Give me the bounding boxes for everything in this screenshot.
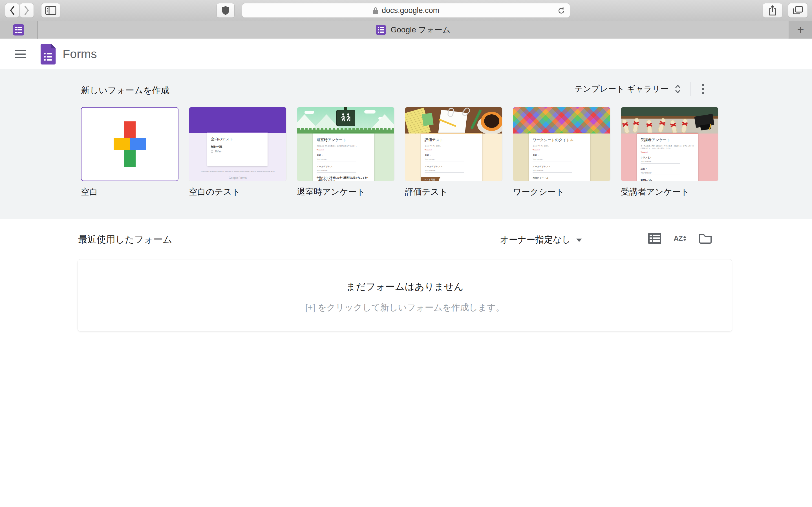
template-card-blank-quiz[interactable]: 空白のテスト 無題の問題 選択肢 1 This content is neith…	[189, 107, 287, 198]
empty-state-card: まだフォームはありません [+] をクリックして新しいフォームを作成します。	[78, 259, 732, 332]
tab-bar: Google フォーム +	[0, 21, 812, 39]
new-tab-button[interactable]: +	[789, 21, 812, 39]
recent-forms-section: 最近使用したフォーム オーナー指定なし AZ	[0, 219, 812, 507]
tab-overview-button[interactable]	[788, 3, 808, 18]
section-title-recent-forms: 最近使用したフォーム	[78, 233, 172, 246]
chevron-right-icon	[24, 5, 30, 15]
sidebar-toggle-button[interactable]	[41, 3, 60, 18]
template-gallery-button[interactable]: テンプレート ギャラリー	[574, 83, 682, 95]
forms-logo-icon[interactable]	[40, 44, 56, 64]
app-title[interactable]: Forms	[63, 47, 97, 61]
template-label: 評価テスト	[405, 186, 502, 198]
assessment-template-thumbnail: 評価テスト ここにテキストを挿入。 *Required 名前 * Your an…	[405, 107, 502, 181]
template-label: 退室時アンケート	[297, 186, 395, 198]
section-title-new-form: 新しいフォームを作成	[81, 84, 169, 96]
quiz-template-thumbnail: 空白のテスト 無題の問題 選択肢 1 This content is neith…	[189, 107, 287, 181]
address-bar[interactable]: docs.google.com	[242, 3, 570, 18]
share-button[interactable]	[763, 3, 782, 18]
browser-toolbar: docs.google.com	[0, 0, 812, 21]
tabs-icon	[793, 6, 803, 15]
template-card-assessment[interactable]: 評価テスト ここにテキストを挿入。 *Required 名前 * Your an…	[405, 107, 502, 198]
template-label: ワークシート	[513, 186, 610, 198]
exit-template-thumbnail: 退室時アンケート 今日このクラスを出る前に、次の質問に答えてください。 *Req…	[297, 107, 395, 181]
worksheet-template-thumbnail: ワークシートのタイトル ここにテキストを挿入。 *Required 名前 * Y…	[513, 107, 610, 181]
more-options-button[interactable]	[699, 82, 707, 96]
google-forms-favicon	[376, 25, 386, 35]
sidebar-icon	[45, 6, 56, 15]
unfold-more-icon	[673, 83, 682, 95]
privacy-shield-button[interactable]	[216, 3, 235, 18]
template-section: 新しいフォームを作成 テンプレート ギャラリー 空白	[0, 69, 812, 219]
sort-az-button[interactable]: AZ	[673, 231, 687, 245]
plus-glyph: +	[797, 23, 804, 37]
divider	[691, 82, 691, 96]
template-label: 空白	[81, 186, 179, 198]
list-view-icon	[648, 233, 661, 244]
quiz-section-ribbon: テスト問題	[421, 177, 439, 181]
sort-az-icon: AZ	[673, 234, 686, 242]
blank-template-thumbnail	[81, 107, 179, 181]
plus-icon	[107, 121, 153, 167]
main-menu-button[interactable]	[15, 48, 28, 60]
safari-window: docs.google.com Google フォーム	[0, 0, 812, 507]
template-card-worksheet[interactable]: ワークシートのタイトル ここにテキストを挿入。 *Required 名前 * Y…	[513, 107, 610, 198]
empty-state-title: まだフォームはありません	[78, 260, 732, 293]
share-icon	[768, 5, 777, 16]
template-cards-row: 空白 空白のテスト 無題の問題 選択肢 1 This content is ne…	[81, 107, 718, 198]
forms-header: Forms 検索 ECCS2016 Information Technology…	[0, 39, 812, 69]
template-label: 空白のテスト	[189, 186, 287, 198]
active-tab[interactable]: Google フォーム	[38, 21, 789, 39]
empty-state-subtitle: [+] をクリックして新しいフォームを作成します。	[78, 302, 732, 314]
url-text: docs.google.com	[382, 6, 439, 15]
course-template-thumbnail: 受講者アンケート コースの構成、内容、講師についてのご意見・ご感想など、修了した…	[621, 107, 718, 181]
forward-button[interactable]	[20, 3, 34, 18]
template-card-blank[interactable]: 空白	[81, 107, 179, 198]
back-button[interactable]	[5, 3, 19, 18]
chevron-left-icon	[9, 5, 15, 15]
lock-icon	[373, 7, 378, 14]
folder-icon	[699, 233, 712, 244]
list-view-button[interactable]	[648, 231, 661, 245]
graduation-photo-illustration	[621, 107, 718, 133]
hiking-illustration	[297, 107, 394, 133]
mosaic-illustration	[513, 107, 610, 133]
template-card-course-evaluation[interactable]: 受講者アンケート コースの構成、内容、講師についてのご意見・ご感想など、修了した…	[621, 107, 718, 198]
google-forms-favicon	[13, 24, 24, 36]
template-card-exit-survey[interactable]: 退室時アンケート 今日このクラスを出る前に、次の質問に答えてください。 *Req…	[297, 107, 395, 198]
dropdown-arrow-icon	[576, 238, 582, 242]
shield-icon	[221, 6, 230, 15]
pinned-tab-google-forms[interactable]	[0, 21, 38, 39]
open-file-picker-button[interactable]	[699, 231, 712, 245]
hikers-sign-icon	[336, 110, 355, 126]
template-label: 受講者アンケート	[621, 186, 718, 198]
tab-title: Google フォーム	[391, 24, 450, 35]
owner-filter-dropdown[interactable]: オーナー指定なし	[500, 234, 582, 245]
refresh-icon[interactable]	[557, 6, 566, 17]
desk-photo-illustration	[405, 107, 502, 133]
